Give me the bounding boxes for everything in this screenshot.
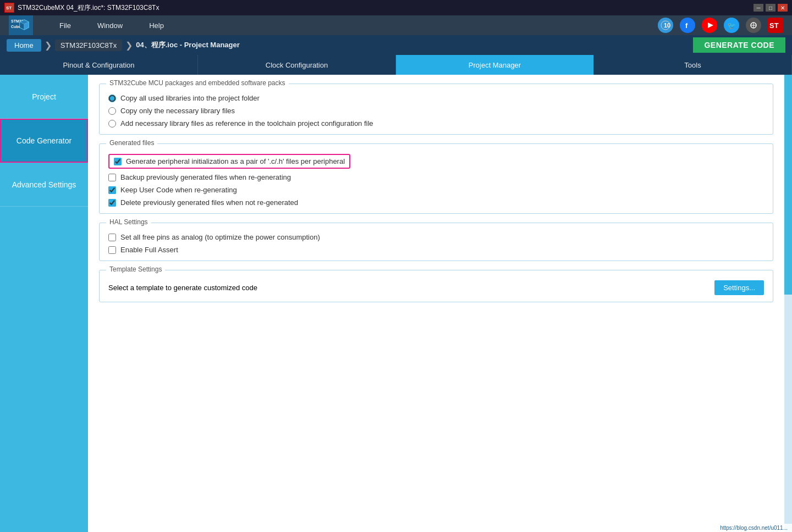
hal-checkbox-2[interactable] (108, 246, 116, 254)
mcu-radio-group: Copy all used libraries into the project… (108, 94, 764, 128)
tab-pinout[interactable]: Pinout & Configuration (0, 55, 198, 75)
app-logo-small: ST (4, 3, 14, 13)
template-row: Select a template to generate customized… (108, 280, 764, 295)
menu-help[interactable]: Help (145, 19, 168, 32)
tab-clock[interactable]: Clock Configuration (198, 55, 396, 75)
mcu-option-3[interactable]: Add necessary library files as reference… (108, 119, 764, 128)
scroll-thumb[interactable] (784, 75, 792, 295)
breadcrumb-arrow-2: ❯ (125, 40, 133, 51)
hal-checkbox-group: Set all free pins as analog (to optimize… (108, 233, 764, 254)
menu-items: File Window Help (55, 19, 168, 32)
titlebar: ST STM32CubeMX 04_程序.ioc*: STM32F103C8Tx… (0, 0, 792, 15)
gen-checkbox-1[interactable] (114, 158, 122, 165)
close-button[interactable]: ✕ (778, 4, 788, 12)
window-controls: ─ □ ✕ (754, 4, 788, 12)
hal-option-1[interactable]: Set all free pins as analog (to optimize… (108, 233, 764, 241)
template-settings-section: Template Settings Select a template to g… (99, 270, 773, 302)
generated-files-title: Generated files (106, 139, 157, 147)
youtube-icon[interactable] (702, 18, 717, 33)
generated-files-section: Generated files Generate peripheral init… (99, 143, 773, 214)
hal-checkbox-1[interactable] (108, 234, 116, 241)
mcu-radio-2[interactable] (108, 107, 116, 115)
breadcrumb-chip: STM32F103C8Tx (55, 40, 123, 51)
gen-checkbox-4[interactable] (108, 199, 116, 207)
breadcrumb-project: 04、程序.ioc - Project Manager (136, 40, 240, 50)
sidebar-item-advanced-settings[interactable]: Advanced Settings (0, 163, 88, 207)
footer: https://blog.csdn.net/u011... (716, 524, 792, 532)
window-title: STM32CubeMX 04_程序.ioc*: STM32F103C8Tx (18, 3, 754, 13)
st-logo-icon[interactable]: ST (768, 18, 783, 33)
breadcrumb: Home ❯ STM32F103C8Tx ❯ 04、程序.ioc - Proje… (0, 35, 792, 55)
breadcrumb-arrow-1: ❯ (45, 40, 52, 51)
template-description: Select a template to generate customized… (108, 284, 257, 292)
generate-code-button[interactable]: GENERATE CODE (693, 37, 785, 53)
minimize-button[interactable]: ─ (754, 4, 763, 12)
scrollbar[interactable] (784, 75, 792, 532)
hal-settings-section: HAL Settings Set all free pins as analog… (99, 223, 773, 261)
template-section-title: Template Settings (106, 265, 165, 273)
highlight-wrapper: Generate peripheral initialization as a … (108, 154, 350, 169)
settings-button[interactable]: Settings... (714, 280, 764, 295)
gen-option-3[interactable]: Keep User Code when re-generating (108, 186, 764, 194)
mcu-option-1[interactable]: Copy all used libraries into the project… (108, 94, 764, 102)
tab-tools[interactable]: Tools (594, 55, 792, 75)
gen-checkbox-2[interactable] (108, 174, 116, 181)
tabbar: Pinout & Configuration Clock Configurati… (0, 55, 792, 75)
tab-project-manager[interactable]: Project Manager (396, 55, 594, 75)
gen-checkbox-3[interactable] (108, 186, 116, 194)
svg-text:10: 10 (664, 22, 670, 29)
svg-text:🐦: 🐦 (727, 21, 736, 30)
sidebar-item-project[interactable]: Project (0, 75, 88, 119)
hal-section-title: HAL Settings (106, 218, 151, 226)
svg-text:ST: ST (769, 21, 779, 30)
main-layout: Project Code Generator Advanced Settings… (0, 75, 792, 532)
logo-area: STM32 CubeMX (9, 15, 33, 35)
footer-url: https://blog.csdn.net/u011... (720, 525, 788, 531)
update-icon[interactable]: 10 (658, 18, 673, 33)
app-logo: STM32 CubeMX (9, 15, 33, 35)
sidebar: Project Code Generator Advanced Settings (0, 75, 88, 532)
sidebar-item-code-generator[interactable]: Code Generator (0, 119, 88, 163)
mcu-option-2[interactable]: Copy only the necessary library files (108, 107, 764, 115)
menu-file[interactable]: File (55, 19, 75, 32)
mcu-packages-section: STM32Cube MCU packages and embedded soft… (99, 84, 773, 135)
breadcrumb-home[interactable]: Home (7, 39, 41, 52)
content-area: STM32Cube MCU packages and embedded soft… (88, 75, 784, 532)
network-icon[interactable] (746, 18, 761, 33)
generated-checkbox-group: Generate peripheral initialization as a … (108, 154, 764, 207)
twitter-icon[interactable]: 🐦 (724, 18, 739, 33)
gen-option-1[interactable]: Generate peripheral initialization as a … (108, 154, 764, 169)
hal-option-2[interactable]: Enable Full Assert (108, 246, 764, 254)
maximize-button[interactable]: □ (766, 4, 776, 12)
social-icons: 10 f 🐦 ST (658, 18, 783, 33)
svg-text:f: f (685, 21, 688, 30)
facebook-icon[interactable]: f (680, 18, 695, 33)
menu-window[interactable]: Window (93, 19, 127, 32)
gen-option-2[interactable]: Backup previously generated files when r… (108, 173, 764, 181)
mcu-section-title: STM32Cube MCU packages and embedded soft… (106, 79, 289, 87)
mcu-radio-1[interactable] (108, 95, 116, 102)
mcu-radio-3[interactable] (108, 120, 116, 128)
menubar: STM32 CubeMX File Window Help 10 f (0, 15, 792, 35)
svg-text:ST: ST (6, 5, 12, 10)
gen-option-4[interactable]: Delete previously generated files when n… (108, 198, 764, 207)
